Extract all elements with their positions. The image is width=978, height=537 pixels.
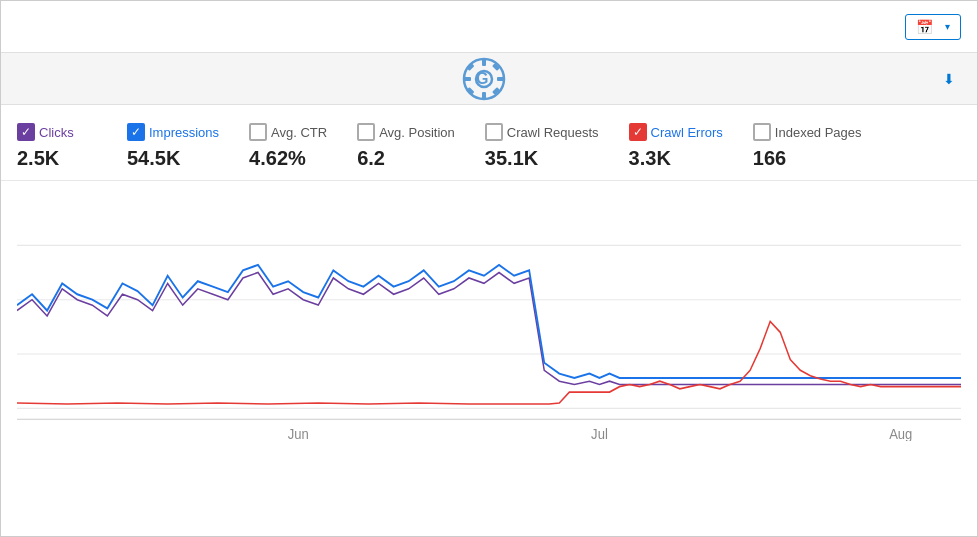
metric-item-clicks: ✓Clicks2.5K xyxy=(17,123,117,170)
checkbox-indexed-pages[interactable] xyxy=(753,123,771,141)
svg-rect-2 xyxy=(482,59,486,66)
chart-area: Jun Jul Aug xyxy=(1,181,977,471)
metric-name-impressions[interactable]: Impressions xyxy=(149,125,219,140)
metric-name-clicks[interactable]: Clicks xyxy=(39,125,74,140)
metric-item-crawl-errors: ✓Crawl Errors3.3K xyxy=(619,123,743,170)
metric-value-impressions: 54.5K xyxy=(127,147,180,170)
download-icon: ⬇ xyxy=(943,71,955,87)
svg-rect-5 xyxy=(497,77,504,81)
performance-chart: Jun Jul Aug xyxy=(17,191,961,441)
checkbox-crawl-errors[interactable]: ✓ xyxy=(629,123,647,141)
page-header: 📅 ▾ xyxy=(1,1,977,53)
logo-area: G xyxy=(462,57,516,101)
checkbox-avg-ctr[interactable] xyxy=(249,123,267,141)
svg-rect-6 xyxy=(467,63,475,71)
checkbox-impressions[interactable]: ✓ xyxy=(127,123,145,141)
metric-name-avg-position[interactable]: Avg. Position xyxy=(379,125,455,140)
overview-bar: G ⬇ xyxy=(1,53,977,105)
svg-rect-4 xyxy=(464,77,471,81)
metric-value-indexed-pages: 166 xyxy=(753,147,786,170)
metric-item-avg-ctr: Avg. CTR4.62% xyxy=(239,123,347,170)
metric-name-indexed-pages[interactable]: Indexed Pages xyxy=(775,125,862,140)
checkbox-avg-position[interactable] xyxy=(357,123,375,141)
metrics-row: ✓Clicks2.5K✓Impressions54.5KAvg. CTR4.62… xyxy=(1,105,977,181)
metric-value-avg-position: 6.2 xyxy=(357,147,385,170)
svg-text:G: G xyxy=(476,70,488,87)
metric-value-crawl-requests: 35.1K xyxy=(485,147,538,170)
metric-item-crawl-requests: Crawl Requests35.1K xyxy=(475,123,619,170)
metric-name-avg-ctr[interactable]: Avg. CTR xyxy=(271,125,327,140)
svg-rect-3 xyxy=(482,92,486,99)
metric-value-avg-ctr: 4.62% xyxy=(249,147,306,170)
svg-text:Aug: Aug xyxy=(889,426,912,441)
logo-gear-icon: G xyxy=(462,57,506,101)
checkbox-clicks[interactable]: ✓ xyxy=(17,123,35,141)
chevron-down-icon: ▾ xyxy=(945,21,950,32)
metric-item-indexed-pages: Indexed Pages166 xyxy=(743,123,882,170)
metric-name-crawl-requests[interactable]: Crawl Requests xyxy=(507,125,599,140)
date-filter-button[interactable]: 📅 ▾ xyxy=(905,14,961,40)
svg-text:Jun: Jun xyxy=(288,426,309,441)
svg-rect-8 xyxy=(467,87,475,95)
svg-text:Jul: Jul xyxy=(591,426,608,441)
metric-value-crawl-errors: 3.3K xyxy=(629,147,671,170)
download-all-button[interactable]: ⬇ xyxy=(943,71,961,87)
metric-name-crawl-errors[interactable]: Crawl Errors xyxy=(651,125,723,140)
metric-value-clicks: 2.5K xyxy=(17,147,59,170)
calendar-icon: 📅 xyxy=(916,19,933,35)
metric-item-avg-position: Avg. Position6.2 xyxy=(347,123,475,170)
metric-item-impressions: ✓Impressions54.5K xyxy=(117,123,239,170)
checkbox-crawl-requests[interactable] xyxy=(485,123,503,141)
